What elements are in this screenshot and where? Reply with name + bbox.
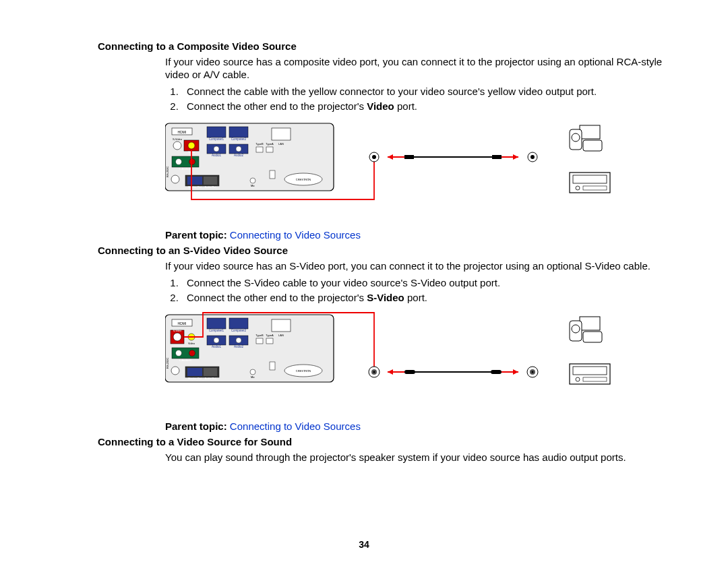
svg-text:TypeA: TypeA bbox=[266, 142, 274, 146]
svg-rect-32 bbox=[204, 177, 217, 185]
svg-point-114 bbox=[576, 377, 580, 381]
svg-text:Audio Out: Audio Out bbox=[205, 186, 217, 189]
svg-text:TypeA: TypeA bbox=[266, 334, 274, 337]
svg-rect-89 bbox=[204, 368, 217, 376]
svg-text:Monitor Out: Monitor Out bbox=[188, 186, 202, 189]
svg-rect-5 bbox=[229, 127, 248, 137]
svg-text:CRESTRON: CRESTRON bbox=[296, 178, 311, 181]
svg-rect-52 bbox=[583, 140, 602, 151]
svg-rect-3 bbox=[207, 127, 226, 137]
page-number: 34 bbox=[0, 539, 728, 550]
steps-svideo: Connect the S-Video cable to your video … bbox=[165, 277, 667, 305]
svg-rect-7 bbox=[272, 128, 291, 140]
svg-point-8 bbox=[173, 142, 181, 150]
svg-rect-88 bbox=[187, 368, 202, 376]
svg-text:Monitor Out: Monitor Out bbox=[188, 377, 202, 380]
diagram-composite: HDMI Computer1 Computer2 S-Video Video A… bbox=[165, 120, 667, 217]
svg-point-28 bbox=[171, 175, 179, 183]
svg-point-92 bbox=[250, 369, 255, 375]
svg-text:HDMI: HDMI bbox=[178, 321, 187, 325]
svg-rect-113 bbox=[573, 367, 607, 375]
step-text: Connect the other end to the projector's bbox=[187, 292, 367, 303]
svg-point-99 bbox=[373, 371, 375, 373]
parent-topic-row: Parent topic: Connecting to Video Source… bbox=[165, 229, 667, 242]
svg-rect-45 bbox=[492, 155, 502, 159]
list-item: Connect the other end to the projector's… bbox=[181, 292, 667, 305]
steps-composite: Connect the cable with the yellow connec… bbox=[165, 86, 667, 114]
svg-text:CRESTRON: CRESTRON bbox=[296, 369, 311, 373]
svg-point-82 bbox=[176, 350, 182, 356]
svg-text:L-Audio-R: L-Audio-R bbox=[179, 167, 191, 170]
svg-point-35 bbox=[250, 178, 255, 183]
svg-marker-100 bbox=[388, 369, 393, 375]
svg-point-11 bbox=[188, 142, 195, 149]
heading-composite: Connecting to a Composite Video Source bbox=[98, 40, 667, 52]
heading-sound: Connecting to a Video Source for Sound bbox=[98, 436, 667, 447]
svg-text:RS-232C: RS-232C bbox=[166, 166, 169, 177]
svg-text:Audio1: Audio1 bbox=[212, 345, 222, 348]
parent-topic-link[interactable]: Connecting to Video Sources bbox=[230, 229, 361, 241]
svg-text:LAN: LAN bbox=[278, 142, 284, 146]
list-item: Connect the S-Video cable to your video … bbox=[181, 277, 667, 290]
svg-text:Mic: Mic bbox=[251, 375, 255, 379]
step-bold: Video bbox=[367, 100, 394, 112]
parent-topic-row: Parent topic: Connecting to Video Source… bbox=[165, 420, 667, 433]
svg-rect-37 bbox=[270, 170, 275, 179]
svg-text:Computer1: Computer1 bbox=[209, 137, 224, 141]
svg-rect-31 bbox=[187, 177, 202, 185]
intro-svideo: If your video source has an S-Video port… bbox=[165, 260, 667, 273]
svg-point-26 bbox=[189, 159, 195, 165]
svg-point-83 bbox=[189, 350, 195, 356]
svg-rect-21 bbox=[266, 147, 273, 152]
svg-point-51 bbox=[572, 133, 580, 142]
diagram-svideo: HDMI Computer1 Computer2 S-Video Video A… bbox=[165, 311, 667, 408]
svg-point-48 bbox=[530, 155, 535, 159]
svg-point-74 bbox=[236, 338, 241, 343]
list-item: Connect the other end to the projector's… bbox=[181, 100, 667, 113]
svg-text:S-Video: S-Video bbox=[173, 330, 182, 332]
svg-marker-42 bbox=[388, 154, 393, 160]
svg-rect-108 bbox=[580, 317, 600, 330]
svg-text:Video: Video bbox=[188, 342, 195, 345]
svg-rect-76 bbox=[256, 338, 263, 344]
step-text: port. bbox=[394, 100, 417, 112]
svg-text:TypeB: TypeB bbox=[255, 142, 264, 146]
svg-text:Audio1: Audio1 bbox=[212, 154, 222, 157]
svg-point-41 bbox=[372, 155, 376, 159]
svg-text:LAN: LAN bbox=[278, 334, 284, 337]
intro-composite: If your video source has a composite vid… bbox=[165, 56, 667, 82]
step-text: port. bbox=[404, 292, 427, 303]
svg-rect-94 bbox=[270, 362, 275, 370]
svg-text:RS-232C: RS-232C bbox=[166, 357, 169, 369]
svg-rect-62 bbox=[229, 318, 248, 329]
intro-sound: You can play sound through the projector… bbox=[165, 451, 667, 464]
svg-point-71 bbox=[214, 338, 219, 343]
svg-rect-101 bbox=[404, 370, 415, 374]
parent-topic-label: Parent topic: bbox=[165, 420, 230, 432]
svg-point-14 bbox=[214, 146, 219, 152]
svg-point-66 bbox=[173, 333, 181, 341]
parent-topic-label: Parent topic: bbox=[165, 229, 230, 241]
svg-rect-111 bbox=[583, 332, 602, 342]
svg-point-110 bbox=[572, 325, 580, 333]
svg-text:Mic: Mic bbox=[251, 184, 255, 187]
svg-text:Computer2: Computer2 bbox=[231, 137, 247, 141]
svg-text:L-Audio-R: L-Audio-R bbox=[179, 358, 191, 362]
svg-text:Computer2: Computer2 bbox=[231, 329, 247, 332]
svg-point-17 bbox=[236, 146, 241, 152]
svg-point-25 bbox=[176, 159, 182, 165]
svg-text:TypeB: TypeB bbox=[255, 334, 264, 337]
step-text: Connect the other end to the projector's bbox=[187, 100, 367, 112]
svg-rect-19 bbox=[256, 147, 263, 152]
heading-svideo: Connecting to an S-Video Video Source bbox=[98, 245, 667, 256]
step-bold: S-Video bbox=[367, 292, 404, 303]
svg-text:Audio Out: Audio Out bbox=[205, 377, 217, 380]
svg-rect-64 bbox=[272, 319, 291, 332]
svg-point-55 bbox=[576, 186, 580, 190]
parent-topic-link[interactable]: Connecting to Video Sources bbox=[230, 420, 361, 432]
svg-text:Audio2: Audio2 bbox=[234, 345, 244, 348]
svg-point-85 bbox=[171, 367, 179, 375]
svg-rect-56 bbox=[583, 186, 607, 190]
list-item: Connect the cable with the yellow connec… bbox=[181, 86, 667, 98]
svg-rect-115 bbox=[583, 377, 607, 381]
